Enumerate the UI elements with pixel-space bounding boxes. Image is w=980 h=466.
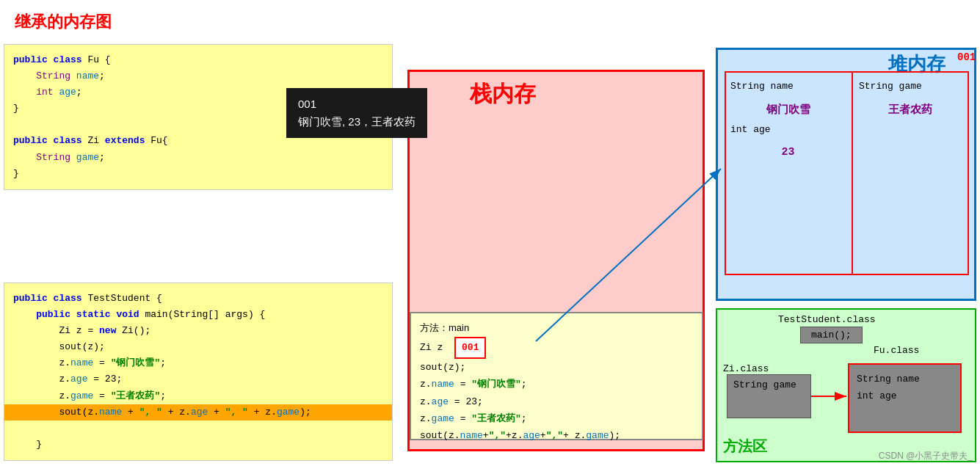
heap-zi-fields: String game 王者农药: [853, 73, 967, 275]
watermark: CSDN @小黑子史带夫_: [879, 450, 973, 462]
ts-class-label: TestStudent.class: [778, 314, 876, 325]
zi-class-label: Zi.class: [723, 363, 769, 374]
fu-field2: int age: [857, 390, 897, 401]
method-area-title: 方法区: [723, 437, 767, 456]
popup-line2: 钢门吹雪, 23，王者农药: [298, 115, 415, 128]
popup-box: 001 钢门吹雪, 23，王者农药: [286, 88, 427, 138]
badge-001: 001: [454, 337, 486, 358]
heap-001-badge: 001: [957, 51, 976, 63]
main-box: main();: [800, 327, 863, 343]
heap-name-value: 钢门吹雪: [730, 103, 846, 117]
popup-line1: 001: [298, 98, 316, 110]
heap-game-value: 王者农药: [859, 103, 961, 117]
heap-fu-fields: String name 钢门吹雪 int age 23: [725, 73, 853, 275]
heap-age-value: 23: [730, 146, 846, 159]
fu-class-label: Fu.class: [874, 345, 919, 356]
zi-field-label: String game: [733, 379, 796, 390]
method-box: 方法：main Zi z 001 sout(z); z.name = "钢门吹雪…: [410, 312, 703, 440]
code-panel-test: public class TestStudent { public static…: [4, 283, 393, 461]
page-title: 继承的内存图: [15, 11, 112, 33]
fu-field1: String name: [857, 374, 920, 385]
fu-inner-box: String name int age: [848, 363, 962, 433]
stack-title: 栈内存: [470, 79, 536, 109]
zi-inner-box: String game: [727, 374, 811, 418]
